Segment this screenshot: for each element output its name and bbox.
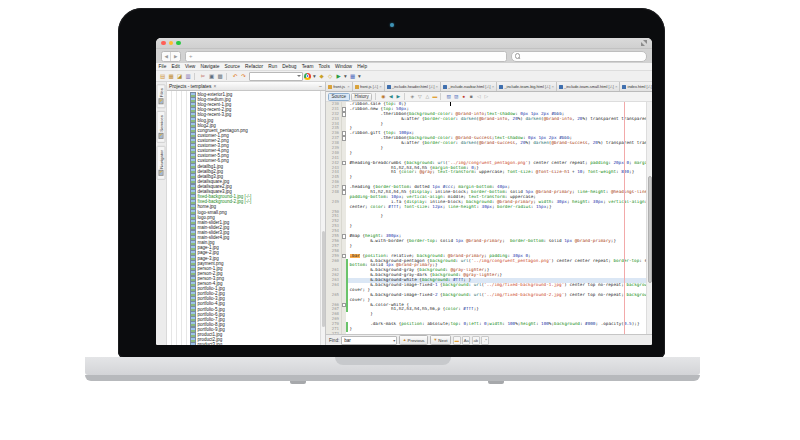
tab-close-icon[interactable]: ×: [615, 84, 617, 89]
editor-toolbar-icons: ◉◀▶◈▽△▬▧▨●■◁▷: [380, 93, 489, 100]
menu-item[interactable]: Help: [355, 63, 370, 70]
traffic-light-close[interactable]: [161, 41, 166, 46]
history-view-button[interactable]: History: [351, 93, 372, 101]
run-project-icon[interactable]: ▶: [335, 73, 342, 80]
menu-item[interactable]: Run: [266, 63, 280, 70]
editor-tab[interactable]: _include-header.html [-/-] ×: [385, 82, 441, 91]
undo-icon[interactable]: ↶: [232, 73, 239, 80]
menu-item[interactable]: Team: [299, 63, 316, 70]
menu-item[interactable]: Debug: [280, 63, 299, 70]
fullscreen-icon[interactable]: [641, 40, 647, 46]
editor-tab[interactable]: index.html [-/-] ×: [620, 82, 652, 91]
traffic-light-minimize[interactable]: [169, 41, 174, 46]
browser-chrome-icon[interactable]: [304, 73, 311, 80]
editor-scrollbar[interactable]: [646, 102, 652, 334]
scrollbar-thumb[interactable]: [322, 231, 325, 328]
side-tab[interactable]: Navigator: [157, 146, 166, 180]
find-next-button[interactable]: ▼Next: [430, 335, 451, 345]
tab-close-icon[interactable]: ×: [492, 84, 494, 89]
toolbar-separator[interactable]: [404, 93, 407, 100]
find-previous-button[interactable]: ▲Previous: [399, 335, 428, 345]
stop-macro-icon[interactable]: ■: [468, 93, 474, 100]
back-icon[interactable]: ◀: [162, 52, 170, 61]
editor-tab[interactable]: _include-team-small.html [-/-] ×: [557, 82, 621, 91]
editor-tab[interactable]: _include-navbar.html [-/-] ×: [441, 82, 497, 91]
configuration-combobox[interactable]: [249, 72, 303, 81]
whole-words-icon[interactable]: ab: [472, 336, 480, 345]
uncomment-icon[interactable]: ▨: [453, 93, 459, 100]
paste-icon[interactable]: ▩: [217, 73, 224, 80]
chevron-down-icon[interactable]: ▾: [393, 338, 396, 343]
menu-item[interactable]: Source: [222, 63, 242, 70]
dropdown-arrow-icon[interactable]: ▾: [358, 73, 362, 80]
toolbar-separator[interactable]: [226, 73, 229, 80]
address-bar[interactable]: +: [185, 51, 507, 62]
code-line[interactable]: 272: [326, 332, 652, 334]
shift-left-icon[interactable]: ◁: [476, 93, 482, 100]
new-project-icon[interactable]: ▦: [168, 73, 175, 80]
tree-file-row[interactable]: product3.jpg: [167, 342, 325, 345]
last-edit-location-icon[interactable]: ◉: [380, 93, 386, 100]
new-tab-icon[interactable]: +: [186, 52, 196, 60]
tab-close-icon[interactable]: ×: [551, 84, 553, 89]
find-selection-icon[interactable]: ◈: [409, 93, 415, 100]
menu-bar: FileEditViewNavigateSourceRefactorRunDeb…: [156, 63, 652, 71]
menu-item[interactable]: Navigate: [198, 63, 222, 70]
tab-close-icon[interactable]: ×: [436, 84, 438, 89]
profile-project-icon[interactable]: ▦: [349, 73, 356, 80]
panel-icon: [158, 99, 164, 105]
toolbar-separator[interactable]: [194, 73, 197, 80]
laptop-base-notch: [335, 357, 451, 365]
projects-panel: Projects - templates × − blog-exterior1.…: [167, 82, 326, 345]
highlight-results-icon[interactable]: ▬: [453, 336, 461, 345]
save-all-icon[interactable]: ▥: [185, 73, 192, 80]
find-input[interactable]: bar ▾: [341, 336, 397, 345]
regex-icon[interactable]: .*: [481, 336, 489, 345]
dropdown-arrow-icon[interactable]: ▾: [344, 73, 348, 80]
projects-scrollbar[interactable]: [320, 91, 325, 345]
find-previous-icon[interactable]: △: [424, 93, 430, 100]
start-macro-icon[interactable]: ●: [461, 93, 467, 100]
side-tab[interactable]: Services: [157, 111, 166, 143]
code-area[interactable]: 230.ribbon.sale {top: 0;}231.ribbon.new …: [326, 102, 652, 334]
editor-tab[interactable]: front.js [-/-] ×: [353, 82, 385, 91]
shift-right-icon[interactable]: ▷: [483, 93, 489, 100]
menu-item[interactable]: Tools: [316, 63, 332, 70]
menu-item[interactable]: Edit: [169, 63, 182, 70]
menu-item[interactable]: Refactor: [242, 63, 265, 70]
editor-tab[interactable]: _include-team-big.html [-/-] ×: [497, 82, 557, 91]
tab-close-icon[interactable]: ×: [347, 84, 349, 89]
source-view-button[interactable]: Source: [328, 93, 350, 101]
toolbar-separator[interactable]: [440, 93, 443, 100]
traffic-light-zoom[interactable]: [176, 41, 181, 46]
panel-icon: [158, 134, 164, 140]
close-icon[interactable]: ×: [213, 84, 216, 89]
forward-icon[interactable]: ▶: [395, 93, 401, 100]
toggle-highlight-icon[interactable]: ▬: [432, 93, 438, 100]
clean-build-icon[interactable]: ◇: [327, 73, 334, 80]
open-project-icon[interactable]: ◪: [176, 73, 183, 80]
editor-tab[interactable]: front.js ×: [326, 82, 353, 91]
search-field[interactable]: [511, 51, 647, 62]
menu-item[interactable]: Window: [332, 63, 354, 70]
file-type-icon: [622, 85, 626, 89]
side-tab[interactable]: Files: [157, 84, 166, 108]
copy-icon[interactable]: ▣: [208, 73, 215, 80]
back-icon[interactable]: ◀: [388, 93, 394, 100]
match-case-icon[interactable]: Aa: [462, 336, 470, 345]
find-next-icon[interactable]: ▽: [417, 93, 423, 100]
build-project-icon[interactable]: ◆: [318, 73, 325, 80]
minimize-icon[interactable]: −: [319, 83, 323, 89]
new-file-icon[interactable]: ▤: [159, 73, 166, 80]
tab-close-icon[interactable]: ×: [379, 84, 381, 89]
forward-icon[interactable]: ▶: [170, 52, 179, 61]
cut-icon[interactable]: ✂: [200, 73, 207, 80]
redo-icon[interactable]: ↷: [240, 73, 247, 80]
netbeans-ide: FileEditViewNavigateSourceRefactorRunDeb…: [156, 63, 652, 345]
menu-item[interactable]: File: [156, 63, 169, 70]
menu-item[interactable]: View: [182, 63, 198, 70]
comment-icon[interactable]: ▧: [446, 93, 452, 100]
browser-navbar: ◀▶ +: [156, 49, 652, 63]
dropdown-arrow-icon[interactable]: ▾: [313, 73, 317, 80]
scrollbar-thumb[interactable]: [648, 176, 652, 282]
